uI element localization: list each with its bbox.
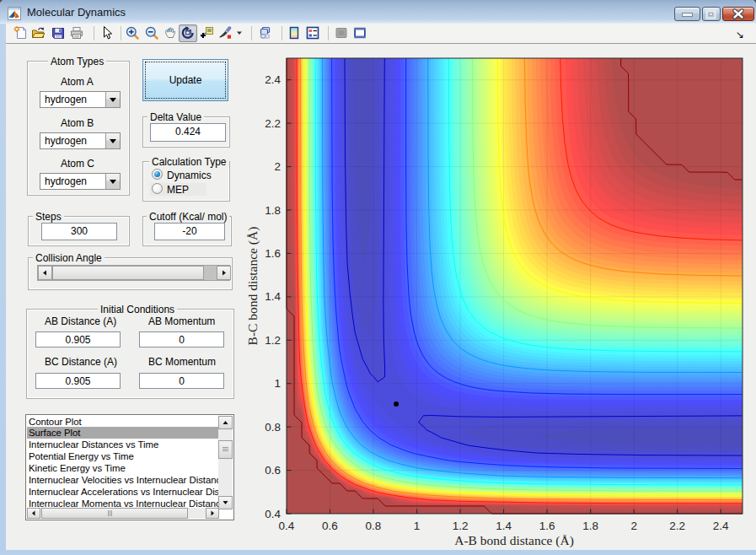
svg-text:A-B bond distance (Å): A-B bond distance (Å) (454, 533, 574, 548)
svg-text:1.4: 1.4 (265, 290, 281, 303)
svg-text:2: 2 (630, 520, 637, 532)
svg-text:2.4: 2.4 (713, 520, 729, 532)
svg-text:1.4: 1.4 (496, 520, 512, 532)
svg-text:0.8: 0.8 (366, 520, 382, 532)
svg-text:0.6: 0.6 (265, 464, 281, 477)
svg-text:1.2: 1.2 (453, 520, 469, 532)
svg-text:1.6: 1.6 (539, 520, 555, 532)
svg-text:0.4: 0.4 (279, 520, 295, 532)
svg-text:1.6: 1.6 (265, 247, 281, 260)
svg-text:1: 1 (414, 520, 421, 532)
svg-text:0.6: 0.6 (322, 520, 338, 532)
svg-text:1.2: 1.2 (265, 334, 281, 347)
svg-text:1: 1 (274, 377, 281, 390)
svg-text:1.8: 1.8 (265, 204, 281, 217)
svg-text:1.8: 1.8 (582, 520, 598, 532)
svg-text:2: 2 (274, 160, 281, 173)
svg-text:2.2: 2.2 (669, 520, 685, 532)
svg-text:0.4: 0.4 (265, 508, 281, 520)
svg-text:2.2: 2.2 (265, 117, 281, 130)
svg-text:2.4: 2.4 (265, 73, 281, 86)
svg-text:B-C bond distance (Å): B-C bond distance (Å) (245, 227, 260, 346)
svg-text:0.8: 0.8 (265, 421, 281, 434)
